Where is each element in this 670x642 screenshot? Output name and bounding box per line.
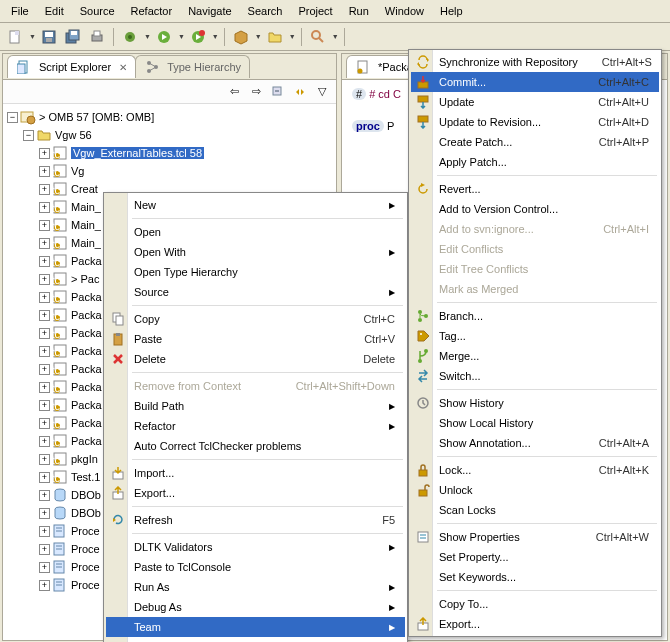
expand-toggle[interactable]: + xyxy=(39,346,50,357)
menu-item-import[interactable]: Import... xyxy=(106,463,405,483)
menu-item-dltk-validators[interactable]: DLTK Validators▶ xyxy=(106,537,405,557)
expand-toggle[interactable]: + xyxy=(39,472,50,483)
expand-toggle[interactable]: + xyxy=(39,490,50,501)
menu-item-add-to-version-control[interactable]: Add to Version Control... xyxy=(411,199,659,219)
dropdown-arrow-icon[interactable]: ▼ xyxy=(255,33,262,40)
menu-item-delete[interactable]: DeleteDelete xyxy=(106,349,405,369)
menu-item-apply-patch[interactable]: Apply Patch... xyxy=(411,152,659,172)
menu-item-refresh[interactable]: RefreshF5 xyxy=(106,510,405,530)
menu-help[interactable]: Help xyxy=(433,2,470,20)
expand-toggle[interactable]: + xyxy=(39,220,50,231)
expand-toggle[interactable]: + xyxy=(39,436,50,447)
menu-item-set-keywords[interactable]: Set Keywords... xyxy=(411,567,659,587)
expand-toggle[interactable]: + xyxy=(39,184,50,195)
run-last-button[interactable] xyxy=(187,26,209,48)
print-button[interactable] xyxy=(86,26,108,48)
tab-close-icon[interactable]: ✕ xyxy=(119,62,127,73)
menu-item-compare-with[interactable]: Compare With▶ xyxy=(106,637,405,642)
menu-item-update-to-revision[interactable]: Update to Revision...Ctrl+Alt+D xyxy=(411,112,659,132)
dropdown-arrow-icon[interactable]: ▼ xyxy=(212,33,219,40)
new-folder-button[interactable] xyxy=(264,26,286,48)
expand-toggle[interactable]: + xyxy=(39,202,50,213)
new-button[interactable] xyxy=(4,26,26,48)
menu-item-show-local-history[interactable]: Show Local History xyxy=(411,413,659,433)
expand-toggle[interactable]: + xyxy=(39,364,50,375)
expand-toggle[interactable]: + xyxy=(39,328,50,339)
tree-folder[interactable]: −Vgw 56 xyxy=(7,126,332,144)
link-editor-button[interactable] xyxy=(292,84,308,100)
expand-toggle[interactable]: + xyxy=(39,400,50,411)
tree-item[interactable]: +tclVg xyxy=(7,162,332,180)
expand-toggle[interactable]: − xyxy=(23,130,34,141)
menu-item-refactor[interactable]: Refactor▶ xyxy=(106,416,405,436)
expand-toggle[interactable]: + xyxy=(39,562,50,573)
menu-item-show-history[interactable]: Show History xyxy=(411,393,659,413)
menu-item-set-property[interactable]: Set Property... xyxy=(411,547,659,567)
save-all-button[interactable] xyxy=(62,26,84,48)
tree-root[interactable]: −> OMB 57 [OMB: OMB] xyxy=(7,108,332,126)
expand-toggle[interactable]: + xyxy=(39,526,50,537)
expand-toggle[interactable]: + xyxy=(39,256,50,267)
expand-toggle[interactable]: + xyxy=(39,544,50,555)
collapse-all-button[interactable] xyxy=(270,84,286,100)
menu-item-export[interactable]: Export... xyxy=(411,614,659,634)
expand-toggle[interactable]: + xyxy=(39,238,50,249)
run-button[interactable] xyxy=(153,26,175,48)
menu-item-run-as[interactable]: Run As▶ xyxy=(106,577,405,597)
menu-item-show-annotation[interactable]: Show Annotation...Ctrl+Alt+A xyxy=(411,433,659,453)
menu-item-commit[interactable]: Commit...Ctrl+Alt+C xyxy=(411,72,659,92)
menu-item-paste[interactable]: PasteCtrl+V xyxy=(106,329,405,349)
menu-item-synchronize-with-repository[interactable]: Synchronize with RepositoryCtrl+Alt+S xyxy=(411,52,659,72)
menu-navigate[interactable]: Navigate xyxy=(181,2,238,20)
menu-search[interactable]: Search xyxy=(241,2,290,20)
menu-item-update[interactable]: UpdateCtrl+Alt+U xyxy=(411,92,659,112)
expand-toggle[interactable]: + xyxy=(39,508,50,519)
menu-item-copy-to[interactable]: Copy To... xyxy=(411,594,659,614)
expand-toggle[interactable]: + xyxy=(39,382,50,393)
dropdown-arrow-icon[interactable]: ▼ xyxy=(289,33,296,40)
expand-toggle[interactable]: + xyxy=(39,148,50,159)
menu-item-debug-as[interactable]: Debug As▶ xyxy=(106,597,405,617)
menu-item-export[interactable]: Export... xyxy=(106,483,405,503)
menu-run[interactable]: Run xyxy=(342,2,376,20)
menu-item-open-with[interactable]: Open With▶ xyxy=(106,242,405,262)
tree-item-selected[interactable]: +tclVgw_ExternalTables.tcl 58 xyxy=(7,144,332,162)
forward-button[interactable]: ⇨ xyxy=(248,84,264,100)
menu-item-auto-correct-tclchecker-problems[interactable]: Auto Correct TclChecker problems xyxy=(106,436,405,456)
menu-item-lock[interactable]: Lock...Ctrl+Alt+K xyxy=(411,460,659,480)
back-button[interactable]: ⇦ xyxy=(226,84,242,100)
save-button[interactable] xyxy=(38,26,60,48)
dropdown-arrow-icon[interactable]: ▼ xyxy=(332,33,339,40)
menu-file[interactable]: File xyxy=(4,2,36,20)
tab-type-hierarchy[interactable]: Type Hierarchy xyxy=(135,55,250,78)
expand-toggle[interactable]: + xyxy=(39,580,50,591)
menu-item-copy[interactable]: CopyCtrl+C xyxy=(106,309,405,329)
menu-item-branch[interactable]: Branch... xyxy=(411,306,659,326)
expand-toggle[interactable]: + xyxy=(39,274,50,285)
dropdown-arrow-icon[interactable]: ▼ xyxy=(144,33,151,40)
dropdown-arrow-icon[interactable]: ▼ xyxy=(178,33,185,40)
menu-item-switch[interactable]: Switch... xyxy=(411,366,659,386)
menu-project[interactable]: Project xyxy=(291,2,339,20)
menu-item-unlock[interactable]: Unlock xyxy=(411,480,659,500)
menu-window[interactable]: Window xyxy=(378,2,431,20)
expand-toggle[interactable]: + xyxy=(39,292,50,303)
menu-item-team[interactable]: Team▶ xyxy=(106,617,405,637)
menu-source[interactable]: Source xyxy=(73,2,122,20)
menu-refactor[interactable]: Refactor xyxy=(124,2,180,20)
expand-toggle[interactable]: + xyxy=(39,454,50,465)
view-menu-icon[interactable]: ▽ xyxy=(314,84,330,100)
menu-item-build-path[interactable]: Build Path▶ xyxy=(106,396,405,416)
search-button[interactable] xyxy=(307,26,329,48)
expand-toggle[interactable]: − xyxy=(7,112,18,123)
menu-item-paste-to-tclconsole[interactable]: Paste to TclConsole xyxy=(106,557,405,577)
menu-item-source[interactable]: Source▶ xyxy=(106,282,405,302)
new-package-button[interactable] xyxy=(230,26,252,48)
menu-item-scan-locks[interactable]: Scan Locks xyxy=(411,500,659,520)
expand-toggle[interactable]: + xyxy=(39,166,50,177)
menu-item-merge[interactable]: Merge... xyxy=(411,346,659,366)
menu-item-show-properties[interactable]: Show PropertiesCtrl+Alt+W xyxy=(411,527,659,547)
menu-item-tag[interactable]: Tag... xyxy=(411,326,659,346)
tab-script-explorer[interactable]: Script Explorer ✕ xyxy=(7,55,136,78)
expand-toggle[interactable]: + xyxy=(39,310,50,321)
